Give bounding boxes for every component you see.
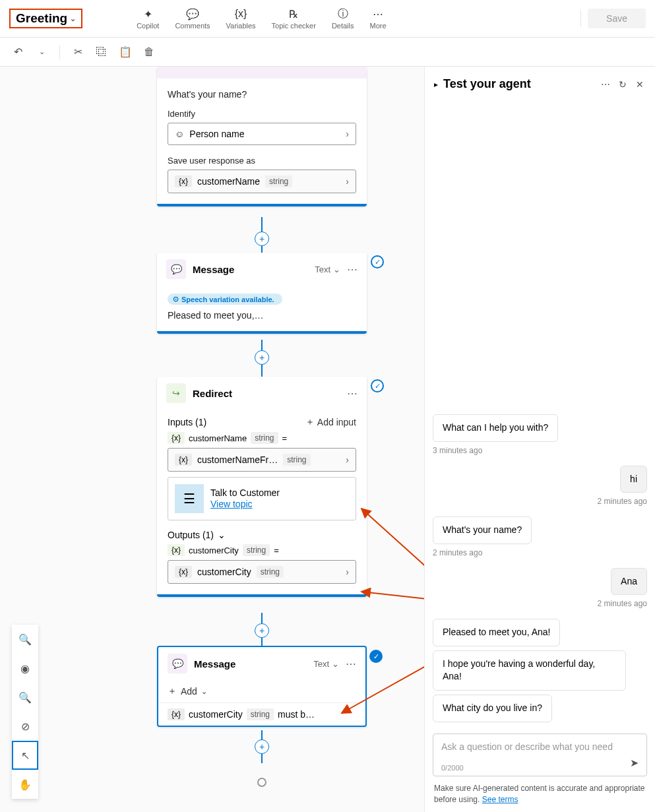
- variables-button[interactable]: {x}Variables: [224, 6, 259, 31]
- user-message: hi: [620, 466, 647, 493]
- timestamp: 2 minutes ago: [433, 548, 482, 557]
- test-panel-title: Test your agent: [443, 77, 531, 91]
- identify-field[interactable]: ☺ Person name ›: [168, 123, 356, 145]
- redirect-node[interactable]: ✓ ↪ Redirect ⋯ Inputs (1) ＋ Add input {x…: [157, 377, 367, 597]
- details-button[interactable]: ⓘDetails: [329, 6, 357, 31]
- topic-icon: ☰: [175, 484, 204, 513]
- message-node-2[interactable]: ✓ 💬 Message Text ⌄ ⋯ ＋ Add ⌄ {x} custome…: [157, 646, 367, 727]
- more-button[interactable]: ⋯More: [367, 6, 389, 31]
- timestamp: 2 minutes ago: [433, 726, 482, 727]
- redirect-topic-card[interactable]: ☰ Talk to Customer View topic: [168, 477, 356, 520]
- chevron-down-icon: ⌄: [333, 265, 340, 274]
- topic-name[interactable]: Greeting ⌄: [9, 9, 82, 28]
- caret-right-icon[interactable]: ▸: [434, 80, 438, 89]
- undo-chev[interactable]: ⌄: [36, 46, 47, 58]
- chevron-right-icon: ›: [346, 129, 349, 139]
- variables-icon: {x}: [234, 7, 247, 20]
- topic-name-text: Greeting: [16, 11, 67, 26]
- text-type[interactable]: Text ⌄: [315, 265, 340, 274]
- more-icon[interactable]: ⋯: [347, 387, 358, 400]
- close-icon[interactable]: ✕: [634, 78, 646, 90]
- stethoscope-icon: ℞: [287, 7, 300, 20]
- add-node-button[interactable]: +: [255, 623, 269, 638]
- add-node-button[interactable]: +: [255, 350, 269, 365]
- fit-button[interactable]: ◉: [12, 654, 38, 683]
- paste-button[interactable]: 📋: [119, 46, 131, 58]
- user-message: Ana: [611, 568, 647, 596]
- topic-checker-button[interactable]: ℞Topic checker: [269, 6, 319, 31]
- bot-message: What's your name?: [433, 516, 532, 544]
- send-icon[interactable]: ➤: [630, 757, 639, 769]
- bot-message: What can I help you with?: [433, 414, 558, 442]
- inputs-label: Inputs (1): [168, 417, 206, 427]
- view-topic-link[interactable]: View topic: [210, 499, 253, 509]
- select-button[interactable]: ↖: [12, 741, 38, 770]
- more-icon[interactable]: ⋯: [600, 78, 611, 90]
- chevron-right-icon: ›: [346, 454, 349, 465]
- copilot-icon: ✦: [141, 7, 154, 20]
- end-node: [257, 778, 266, 787]
- check-badge: ✓: [371, 255, 384, 268]
- chat-placeholder: Ask a question or describe what you need: [441, 741, 639, 754]
- svg-line-1: [361, 592, 424, 613]
- variable-field[interactable]: {x} customerName string ›: [168, 170, 356, 193]
- bot-message: What city do you live in?: [433, 695, 552, 722]
- copy-button[interactable]: ⿻: [96, 46, 108, 58]
- message-icon: 💬: [166, 259, 186, 279]
- bot-message: Pleased to meet you, Ana!: [433, 619, 560, 646]
- add-node-button[interactable]: +: [255, 232, 269, 246]
- test-panel: ▸ Test your agent ⋯ ↻ ✕ What can I help …: [424, 67, 655, 812]
- authoring-canvas[interactable]: What's your name? Identify ☺ Person name…: [0, 67, 424, 812]
- edit-toolbar: ↶ ⌄ ✂ ⿻ 📋 🗑: [0, 38, 655, 67]
- toolbar-group: ✦Copilot 💬Comments {x}Variables ℞Topic c…: [134, 6, 389, 31]
- add-variation-button[interactable]: ＋ Add ⌄: [158, 680, 365, 703]
- top-toolbar: Greeting ⌄ ✦Copilot 💬Comments {x}Variabl…: [0, 0, 655, 38]
- timestamp: 3 minutes ago: [433, 446, 482, 455]
- zoom-out-button[interactable]: 🔍: [12, 683, 38, 712]
- pan-button[interactable]: ✋: [12, 770, 38, 799]
- question-node[interactable]: What's your name? Identify ☺ Person name…: [157, 67, 367, 206]
- divider: [580, 10, 581, 27]
- comment-icon: 💬: [186, 7, 199, 20]
- refresh-icon[interactable]: ↻: [617, 78, 629, 90]
- reset-button[interactable]: ⊘: [12, 712, 38, 741]
- more-icon[interactable]: ⋯: [346, 658, 356, 670]
- save-as-label: Save user response as: [168, 156, 356, 166]
- see-terms-link[interactable]: See terms: [482, 795, 518, 804]
- message-icon: 💬: [168, 654, 187, 673]
- input-mapped-field[interactable]: {x} customerNameFr… string ›: [168, 448, 356, 472]
- chevron-down-icon: ⌄: [218, 530, 226, 540]
- save-button[interactable]: Save: [588, 9, 646, 28]
- undo-button[interactable]: ↶: [12, 46, 24, 58]
- outputs-header[interactable]: Outputs (1) ⌄: [168, 530, 356, 540]
- timestamp: 2 minutes ago: [598, 599, 647, 608]
- add-node-button[interactable]: +: [255, 739, 269, 754]
- text-type[interactable]: Text ⌄: [313, 659, 339, 669]
- zoom-in-button[interactable]: 🔍: [12, 625, 38, 654]
- question-prompt: What's your name?: [168, 85, 356, 109]
- comments-button[interactable]: 💬Comments: [172, 6, 212, 31]
- add-input-button[interactable]: ＋ Add input: [305, 416, 356, 428]
- zoom-tools: 🔍 ◉ 🔍 ⊘ ↖ ✋: [12, 625, 38, 799]
- check-badge: ✓: [371, 379, 384, 392]
- output-var-display: {x}customerCity string =: [168, 544, 356, 556]
- input-var-display: {x}customerName string =: [168, 432, 356, 444]
- bot-message: I hope you're having a wonderful day, An…: [433, 650, 626, 691]
- identify-label: Identify: [168, 109, 356, 119]
- end-tools: Save: [580, 9, 646, 28]
- chat-input[interactable]: Ask a question or describe what you need…: [433, 734, 647, 777]
- redirect-icon: ↪: [166, 383, 186, 403]
- delete-button[interactable]: 🗑: [143, 46, 155, 58]
- cut-button[interactable]: ✂: [72, 46, 84, 58]
- chat-log[interactable]: What can I help you with?3 minutes agohi…: [425, 414, 655, 727]
- chevron-right-icon: ›: [346, 176, 349, 187]
- copilot-button[interactable]: ✦Copilot: [134, 6, 162, 31]
- person-icon: ☺: [175, 129, 184, 139]
- more-icon: ⋯: [371, 7, 385, 20]
- chevron-down-icon: ⌄: [70, 15, 76, 23]
- disclaimer: Make sure AI-generated content is accura…: [425, 780, 655, 812]
- output-mapped-field[interactable]: {x} customerCity string ›: [168, 560, 356, 584]
- more-icon[interactable]: ⋯: [347, 263, 358, 276]
- speech-pill[interactable]: ⊙ Speech variation available.: [168, 294, 282, 305]
- message-node-1[interactable]: ✓ 💬 Message Text ⌄ ⋯ ⊙ Speech variation …: [157, 253, 367, 334]
